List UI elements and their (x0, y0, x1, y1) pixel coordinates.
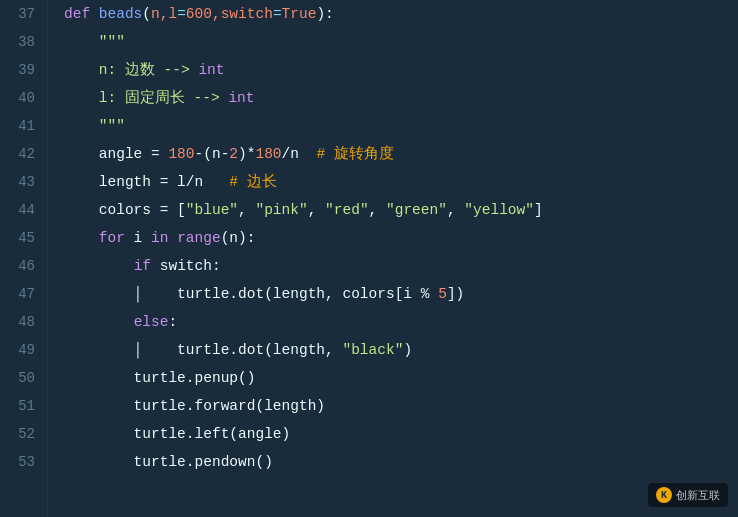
code-token: , (238, 202, 255, 218)
code-token: # 旋转角度 (316, 146, 393, 162)
code-token: turtle.left(angle) (64, 426, 290, 442)
code-token: """ (64, 34, 125, 50)
code-token: │ turtle.dot(length, (64, 342, 342, 358)
code-token: n: 边数 --> (64, 62, 198, 78)
code-token: "pink" (255, 202, 307, 218)
line-number: 46 (12, 252, 35, 280)
code-token: i (125, 230, 151, 246)
code-token: if (134, 258, 151, 274)
line-number: 38 (12, 28, 35, 56)
code-token: int (198, 62, 224, 78)
code-token: ( (142, 6, 151, 22)
watermark-icon-text: K (661, 490, 667, 501)
line-number: 37 (12, 0, 35, 28)
code-line: turtle.pendown() (64, 448, 738, 476)
line-number: 43 (12, 168, 35, 196)
code-token: = (177, 6, 186, 22)
code-token: range (177, 230, 221, 246)
code-area: def beads(n,l=600,switch=True): """ n: 边… (48, 0, 738, 517)
line-number: 50 (12, 364, 35, 392)
code-line: for i in range(n): (64, 224, 738, 252)
line-number: 53 (12, 448, 35, 476)
line-number: 48 (12, 308, 35, 336)
code-token: 180 (168, 146, 194, 162)
watermark-text: 创新互联 (676, 488, 720, 503)
code-token: : (168, 314, 177, 330)
line-number: 44 (12, 196, 35, 224)
code-line: colors = ["blue", "pink", "red", "green"… (64, 196, 738, 224)
code-token: ,switch (212, 6, 273, 22)
watermark: K 创新互联 (648, 483, 728, 507)
code-token: -(n- (195, 146, 230, 162)
code-token: "red" (325, 202, 369, 218)
watermark-icon: K (656, 487, 672, 503)
line-number: 41 (12, 112, 35, 140)
code-token: colors = [ (64, 202, 186, 218)
code-token: int (228, 90, 254, 106)
code-token: 5 (438, 286, 447, 302)
code-token: turtle.pendown() (64, 454, 273, 470)
code-token: """ (64, 118, 125, 134)
line-number: 39 (12, 56, 35, 84)
code-line: """ (64, 28, 738, 56)
code-line: │ turtle.dot(length, "black") (64, 336, 738, 364)
line-number: 49 (12, 336, 35, 364)
code-token: )* (238, 146, 255, 162)
code-token: angle = (64, 146, 168, 162)
code-line: │ turtle.dot(length, colors[i % 5]) (64, 280, 738, 308)
code-token (64, 314, 134, 330)
code-token: (n): (221, 230, 256, 246)
code-token: 600 (186, 6, 212, 22)
code-token (64, 230, 99, 246)
code-token: "black" (342, 342, 403, 358)
code-token: ): (316, 6, 333, 22)
code-line: l: 固定周长 --> int (64, 84, 738, 112)
code-line: n: 边数 --> int (64, 56, 738, 84)
code-token: else (134, 314, 169, 330)
line-number: 52 (12, 420, 35, 448)
code-line: """ (64, 112, 738, 140)
line-number: 51 (12, 392, 35, 420)
code-line: angle = 180-(n-2)*180/n # 旋转角度 (64, 140, 738, 168)
code-token: True (282, 6, 317, 22)
code-token: │ turtle.dot(length, colors[i % (64, 286, 438, 302)
line-number: 42 (12, 140, 35, 168)
code-token: "green" (386, 202, 447, 218)
code-token: "blue" (186, 202, 238, 218)
code-token: , (369, 202, 386, 218)
code-token: "yellow" (464, 202, 534, 218)
code-editor: 3738394041424344454647484950515253 def b… (0, 0, 738, 517)
code-token: ] (534, 202, 543, 218)
code-token (168, 230, 177, 246)
code-token: ) (403, 342, 412, 358)
code-token: /n (282, 146, 317, 162)
code-token: 180 (255, 146, 281, 162)
line-number: 40 (12, 84, 35, 112)
code-line: turtle.left(angle) (64, 420, 738, 448)
code-line: if switch: (64, 252, 738, 280)
code-line: turtle.penup() (64, 364, 738, 392)
code-line: else: (64, 308, 738, 336)
code-token: turtle.forward(length) (64, 398, 325, 414)
code-token: n,l (151, 6, 177, 22)
code-line: def beads(n,l=600,switch=True): (64, 0, 738, 28)
code-token: , (308, 202, 325, 218)
code-token: length = l/n (64, 174, 229, 190)
code-token (64, 258, 134, 274)
code-token: ]) (447, 286, 464, 302)
line-number: 45 (12, 224, 35, 252)
code-token: 2 (229, 146, 238, 162)
code-token: = (273, 6, 282, 22)
code-token: , (447, 202, 464, 218)
code-token: in (151, 230, 168, 246)
code-token: switch: (151, 258, 221, 274)
line-numbers: 3738394041424344454647484950515253 (0, 0, 48, 517)
code-token: # 边长 (229, 174, 276, 190)
code-token: def (64, 6, 99, 22)
code-line: length = l/n # 边长 (64, 168, 738, 196)
code-token: turtle.penup() (64, 370, 255, 386)
code-token: for (99, 230, 125, 246)
code-token: l: 固定周长 --> (64, 90, 228, 106)
code-token: beads (99, 6, 143, 22)
line-number: 47 (12, 280, 35, 308)
